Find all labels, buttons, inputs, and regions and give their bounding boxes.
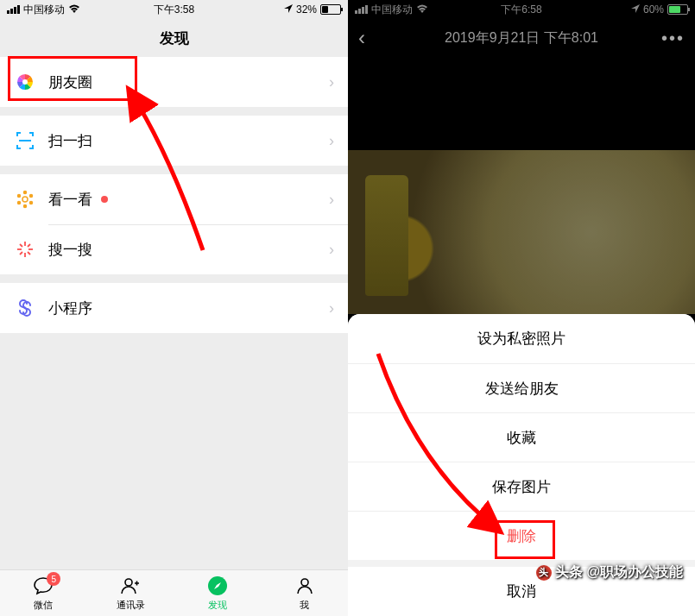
watermark-text: 头条 @职场办公技能 xyxy=(555,563,683,581)
discover-item-miniprogram[interactable]: 小程序 › xyxy=(0,283,348,333)
tab-label: 微信 xyxy=(34,599,53,612)
svg-point-0 xyxy=(22,79,28,85)
photo-viewer[interactable] xyxy=(348,57,695,314)
photo-content xyxy=(348,150,695,314)
svg-point-2 xyxy=(24,192,27,194)
scan-icon xyxy=(14,129,36,152)
sheet-item-label: 设为私密照片 xyxy=(477,329,565,349)
sheet-item-delete[interactable]: 删除 xyxy=(348,511,695,560)
unread-badge: 5 xyxy=(47,572,60,586)
list-item-label: 小程序 xyxy=(48,299,92,318)
list-group: 扫一扫 › xyxy=(0,116,348,166)
list-item-label: 看一看 xyxy=(48,190,92,210)
chevron-right-icon: › xyxy=(329,73,334,91)
wifi-icon xyxy=(68,3,80,16)
chevron-right-icon: › xyxy=(329,132,334,150)
miniprogram-icon xyxy=(14,297,36,319)
chevron-right-icon: › xyxy=(329,241,334,259)
sheet-item-save-image[interactable]: 保存图片 xyxy=(348,462,695,511)
list-item-label: 扫一扫 xyxy=(48,131,92,151)
svg-point-4 xyxy=(30,202,33,204)
status-bar: 中国移动 下午3:58 32% xyxy=(0,0,348,19)
svg-line-15 xyxy=(20,252,22,255)
sheet-cancel-label: 取消 xyxy=(507,581,536,601)
chevron-right-icon: › xyxy=(329,299,334,317)
sheet-item-label: 删除 xyxy=(507,526,536,546)
phone-left: 中国移动 下午3:58 32% 发现 xyxy=(0,0,348,616)
tab-label: 发现 xyxy=(208,599,227,612)
contacts-icon xyxy=(119,575,142,597)
tab-label: 我 xyxy=(300,599,309,612)
svg-line-13 xyxy=(28,252,30,255)
carrier-label: 中国移动 xyxy=(371,3,413,17)
battery-pct-label: 60% xyxy=(643,3,664,16)
moments-icon xyxy=(14,71,36,93)
clock-label: 下午3:58 xyxy=(154,3,194,17)
svg-point-5 xyxy=(24,205,27,208)
battery-icon xyxy=(320,4,341,15)
search-discover-icon xyxy=(14,238,36,261)
tab-label: 通讯录 xyxy=(117,599,145,612)
discover-item-scan[interactable]: 扫一扫 › xyxy=(0,116,348,166)
watermark-logo-icon: 头 xyxy=(536,565,552,581)
watermark: 头 头条 @职场办公技能 xyxy=(536,563,683,581)
status-bar: 中国移动 下午6:58 60% xyxy=(348,0,695,19)
signal-icon xyxy=(355,5,368,14)
back-icon[interactable]: ‹ xyxy=(358,26,365,50)
wifi-icon xyxy=(416,3,428,16)
tab-discover[interactable]: 发现 xyxy=(174,570,262,616)
signal-icon xyxy=(7,5,20,14)
chevron-right-icon: › xyxy=(329,191,334,209)
list-item-label: 朋友圈 xyxy=(48,72,92,92)
svg-point-6 xyxy=(18,202,21,204)
discover-item-topstories[interactable]: 看一看 › xyxy=(0,174,348,224)
sheet-item-send-friend[interactable]: 发送给朋友 xyxy=(348,363,695,412)
tab-bar: 5 微信 通讯录 发现 我 xyxy=(0,569,348,616)
battery-icon xyxy=(667,4,688,15)
svg-point-16 xyxy=(125,579,132,586)
unread-dot-icon xyxy=(101,196,108,203)
svg-point-7 xyxy=(18,195,21,198)
svg-line-14 xyxy=(28,244,30,247)
sheet-item-label: 收藏 xyxy=(507,428,536,448)
tab-chats[interactable]: 5 微信 xyxy=(0,570,87,616)
tab-contacts[interactable]: 通讯录 xyxy=(87,570,174,616)
nav-bar: ‹ 2019年9月21日 下午8:01 ••• xyxy=(348,19,695,57)
nav-title: 2019年9月21日 下午8:01 xyxy=(445,29,598,47)
svg-point-1 xyxy=(22,197,28,202)
battery-pct-label: 32% xyxy=(296,3,317,16)
list-group: 小程序 › xyxy=(0,283,348,333)
sheet-item-label: 保存图片 xyxy=(492,477,551,497)
location-icon xyxy=(631,3,640,16)
phone-right: 中国移动 下午6:58 60% ‹ 2019年9月21日 下午8:01 ••• … xyxy=(348,0,695,616)
discover-item-search[interactable]: 搜一搜 › xyxy=(0,224,348,274)
discover-icon xyxy=(206,575,229,597)
discover-item-moments[interactable]: 朋友圈 › xyxy=(0,57,348,107)
svg-line-12 xyxy=(20,244,22,247)
page-title: 发现 xyxy=(0,19,348,57)
svg-point-3 xyxy=(30,195,33,198)
topstories-icon xyxy=(14,188,36,211)
list-item-label: 搜一搜 xyxy=(48,240,92,260)
list-group: 看一看 › 搜一搜 › xyxy=(0,174,348,274)
me-icon xyxy=(294,575,316,597)
tab-me[interactable]: 我 xyxy=(261,570,348,616)
list-group: 朋友圈 › xyxy=(0,57,348,107)
sheet-item-set-private[interactable]: 设为私密照片 xyxy=(348,314,695,363)
carrier-label: 中国移动 xyxy=(23,3,65,17)
more-icon[interactable]: ••• xyxy=(661,28,685,48)
svg-point-18 xyxy=(301,579,308,586)
location-icon xyxy=(284,3,293,16)
sheet-item-label: 发送给朋友 xyxy=(485,379,559,399)
clock-label: 下午6:58 xyxy=(501,3,541,17)
sheet-item-favorite[interactable]: 收藏 xyxy=(348,412,695,462)
